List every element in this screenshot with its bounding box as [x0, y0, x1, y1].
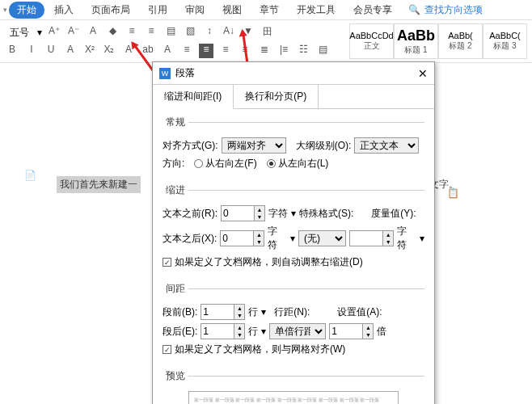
legend-preview: 预览 [163, 369, 188, 383]
sort-icon[interactable]: A↓ [222, 25, 236, 40]
dir-ltr-radio[interactable]: 从左向右(L) [267, 157, 329, 170]
indent-after-label: 文本之后(X): [163, 232, 217, 246]
spinner-arrows[interactable]: ▲▼ [254, 230, 264, 246]
unit-chars: 字符 [397, 225, 416, 252]
align-right-icon[interactable]: ≡ [218, 44, 233, 58]
line-spacing-label: 行距(N): [274, 305, 310, 319]
group-general: 常规 对齐方式(G): 两端对齐 大纲级别(O): 正文文本 方向: 从右向左(… [163, 116, 424, 175]
bold-icon[interactable]: B [5, 44, 19, 58]
dialog-titlebar: W 段落 ✕ [153, 62, 434, 85]
group-preview: 预览 前一段落 前一段落 前一段落 前一段落 前一段落 前一段落 前一段落 前一… [163, 369, 424, 404]
align-select[interactable]: 两端对齐 [222, 137, 286, 154]
tab-review[interactable]: 审阅 [177, 2, 213, 19]
legend-indent: 缩进 [163, 183, 188, 197]
space-before-label: 段前(B): [163, 305, 197, 319]
set-value-input[interactable] [329, 323, 363, 339]
tab-start[interactable]: 开始 [9, 2, 44, 19]
line-spacing-icon[interactable]: ↕ [202, 25, 217, 40]
special-label: 特殊格式(S): [299, 207, 353, 221]
style-body[interactable]: AaBbCcDd正文 [349, 23, 394, 59]
tab-view[interactable]: 视图 [214, 2, 250, 19]
unit-bei: 倍 [377, 325, 386, 339]
text-effects-icon[interactable]: A [160, 44, 175, 58]
spinner-arrows[interactable]: ▲▼ [234, 304, 245, 320]
spinner-arrows[interactable]: ▲▼ [363, 323, 374, 339]
grid-align-checkbox[interactable]: ✓如果定义了文档网格，则与网格对齐(W) [163, 343, 424, 356]
file-menu-dropdown[interactable]: ▾ [3, 6, 7, 14]
close-icon[interactable]: ✕ [418, 67, 428, 80]
tab-dev-tools[interactable]: 开发工具 [289, 2, 344, 19]
style-h2[interactable]: AaBb(标题 2 [438, 23, 483, 59]
group-spacing: 间距 段前(B): ▲▼ 行▾ 行距(N): 设置值(A): 段后(E): ▲▼… [163, 282, 424, 361]
align-center-icon[interactable]: ≡ [199, 44, 213, 58]
font-size-select[interactable]: 五号▾ [5, 25, 42, 40]
paragraph-dialog: W 段落 ✕ 缩进和间距(I) 换行和分页(P) 常规 对齐方式(G): 两端对… [152, 61, 435, 404]
clear-format-icon[interactable]: A [86, 25, 100, 40]
set-value-label: 设置值(A): [337, 305, 382, 319]
metric-label: 度量值(Y): [371, 207, 416, 221]
style-h1[interactable]: AaBb标题 1 [394, 23, 438, 59]
align-label: 对齐方式(G): [163, 139, 218, 153]
unit-chars: 字符 [268, 207, 288, 221]
app-icon: W [159, 68, 171, 79]
special-select[interactable]: (无) [298, 230, 346, 246]
style-h3[interactable]: AaBbC(标题 3 [483, 23, 527, 59]
distribute-icon[interactable]: ≣ [257, 44, 272, 58]
subscript-icon[interactable]: X₂ [102, 44, 116, 58]
indent-after-input[interactable] [220, 230, 254, 246]
underline-icon[interactable]: U [44, 44, 58, 58]
preview-box: 前一段落 前一段落 前一段落 前一段落 前一段落 前一段落 前一段落 前一段落 … [188, 391, 399, 404]
indent-before-label: 文本之前(R): [163, 207, 217, 221]
space-after-input[interactable] [201, 323, 234, 339]
auto-indent-checkbox[interactable]: ✓如果定义了文档网格，则自动调整右缩进(D) [163, 255, 424, 269]
direction-label: 方向: [163, 157, 184, 170]
search-icon: 🔍 [408, 4, 420, 15]
dialog-title: 段落 [175, 66, 195, 80]
unit-lines: 行 [248, 325, 258, 339]
spinner-arrows[interactable]: ▲▼ [255, 205, 265, 221]
space-before-input[interactable] [201, 304, 234, 320]
style-gallery: AaBbCcDd正文 AaBb标题 1 AaBb(标题 2 AaBbC(标题 3 [349, 23, 527, 59]
tab-member[interactable]: 会员专享 [345, 2, 400, 19]
italic-icon[interactable]: I [24, 44, 39, 58]
line-spacing-select[interactable]: 单倍行距 [269, 323, 326, 339]
tab-chapter[interactable]: 章节 [251, 2, 287, 19]
tab-line-page-breaks[interactable]: 换行和分页(P) [234, 85, 319, 108]
borders-icon[interactable]: 田 [260, 25, 275, 40]
strike-icon[interactable]: A [63, 44, 78, 58]
format-painter-icon[interactable]: ◆ [105, 25, 120, 40]
menubar: ▾ 开始 插入 页面布局 引用 审阅 视图 章节 开发工具 会员专享 🔍 查找方… [0, 0, 532, 19]
dir-rtl-radio[interactable]: 从右向左(F) [194, 157, 256, 170]
align-left-icon[interactable]: ≡ [179, 44, 194, 58]
legend-general: 常规 [163, 116, 188, 129]
indent-inc-icon[interactable]: ▧ [183, 25, 197, 40]
paste-options-icon[interactable]: 📋 [447, 187, 459, 199]
border-icon[interactable]: ▤ [315, 44, 330, 58]
ribbon: 五号▾ A⁺ A⁻ A ◆ ≡ ≡ ▤ ▧ ↕ A↓ ▼ 田 B I U A X… [0, 19, 532, 63]
tab-references[interactable]: 引用 [140, 2, 175, 19]
search-box[interactable]: 🔍 查找方向选项 [408, 3, 483, 17]
unit-lines: 行 [248, 305, 258, 319]
tab-page-layout[interactable]: 页面布局 [83, 2, 138, 19]
shading-icon[interactable]: ☷ [296, 44, 310, 58]
shrink-font-icon[interactable]: A⁻ [66, 25, 81, 40]
spinner-arrows[interactable]: ▲▼ [234, 323, 245, 339]
spinner-arrows[interactable]: ▲▼ [383, 230, 394, 246]
line-spacing2-icon[interactable]: |≡ [277, 44, 291, 58]
outline-pane-icon[interactable]: 📄 [24, 170, 36, 181]
legend-spacing: 间距 [163, 282, 188, 296]
search-label: 查找方向选项 [424, 4, 483, 15]
metric-input[interactable] [349, 230, 383, 246]
space-after-label: 段后(E): [163, 325, 197, 339]
number-list-icon[interactable]: ≡ [144, 25, 158, 40]
superscript-icon[interactable]: X² [82, 44, 97, 58]
dialog-tabs: 缩进和间距(I) 换行和分页(P) [153, 85, 434, 109]
tab-insert[interactable]: 插入 [46, 2, 82, 19]
tab-indent-spacing[interactable]: 缩进和间距(I) [153, 85, 234, 109]
indent-before-input[interactable] [221, 205, 255, 221]
group-indent: 缩进 文本之前(R): ▲▼ 字符▾ 特殊格式(S): 度量值(Y): 文本之后… [163, 183, 424, 274]
grow-font-icon[interactable]: A⁺ [47, 25, 61, 40]
outline-select[interactable]: 正文文本 [354, 137, 419, 154]
unit-chars: 字符 [268, 225, 287, 252]
indent-dec-icon[interactable]: ▤ [163, 25, 178, 40]
